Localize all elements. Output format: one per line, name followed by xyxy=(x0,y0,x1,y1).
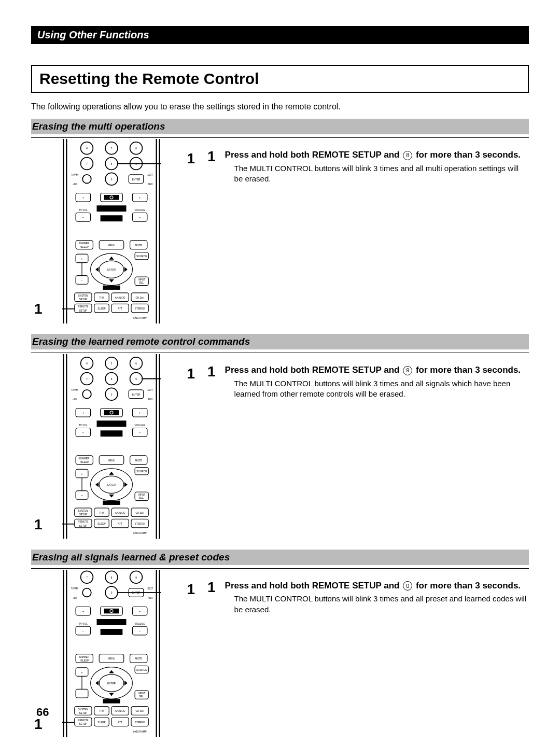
section-2: 1 1 1 Press and hold both REMOTE SETUP a… xyxy=(31,354,529,539)
section-header-bar: Using Other Functions xyxy=(31,26,529,44)
manual-page: Using Other Functions Resetting the Remo… xyxy=(0,0,560,745)
callout-left-1: 1 xyxy=(34,301,43,317)
step-title-1: Press and hold both REMOTE SETUP and 8 f… xyxy=(225,149,529,161)
step-row-1: 1 Press and hold both REMOTE SETUP and 8… xyxy=(207,149,529,184)
callout-right-2: 1 xyxy=(187,366,195,382)
divider xyxy=(31,568,529,569)
callout-right-3: 1 xyxy=(187,581,195,598)
remote-diagram-2: 1 1 xyxy=(31,354,192,539)
callout-left-2: 1 xyxy=(34,516,43,533)
step-row-2: 1 Press and hold both REMOTE SETUP and 9… xyxy=(207,364,529,399)
key-8-icon: 8 xyxy=(403,151,412,160)
step-text-col-3: 1 Press and hold both REMOTE SETUP and 0… xyxy=(192,570,529,615)
remote-diagram-3: 1 1 xyxy=(31,570,192,739)
divider xyxy=(31,353,529,353)
remote-diagram-1: 1 1 xyxy=(31,139,192,324)
remote-svg-2 xyxy=(62,354,161,539)
step-desc-1: The MULTI CONTROL buttons will blink 3 t… xyxy=(225,163,529,185)
step-number-1: 1 xyxy=(207,149,216,164)
step-text-col-2: 1 Press and hold both REMOTE SETUP and 9… xyxy=(192,354,529,399)
key-0-icon: 0 xyxy=(403,581,412,591)
page-title: Resetting the Remote Control xyxy=(39,70,259,87)
step-desc-3: The MULTI CONTROL buttons will blink 3 t… xyxy=(225,594,529,615)
step-desc-2: The MULTI CONTROL buttons will blink 3 t… xyxy=(225,378,529,400)
step-text-col-1: 1 Press and hold both REMOTE SETUP and 8… xyxy=(192,139,529,184)
section-3: 1 1 1 Press and hold both REMOTE SETUP a… xyxy=(31,570,529,739)
divider xyxy=(31,137,529,138)
step-title-3: Press and hold both REMOTE SETUP and 0 f… xyxy=(225,580,529,592)
section-header-text: Using Other Functions xyxy=(37,29,149,40)
remote-svg-1 xyxy=(62,139,161,324)
step-number-3: 1 xyxy=(207,580,216,595)
key-9-icon: 9 xyxy=(403,366,412,375)
step-title-2: Press and hold both REMOTE SETUP and 9 f… xyxy=(225,364,529,376)
step-row-3: 1 Press and hold both REMOTE SETUP and 0… xyxy=(207,580,529,615)
page-number: 66 xyxy=(36,706,49,719)
subheading-1: Erasing the multi operations xyxy=(31,119,529,134)
intro-text: The following operations allow you to er… xyxy=(31,102,529,111)
section-1: 1 1 1 Press and hold both REMOTE SETUP a… xyxy=(31,139,529,324)
callout-right-1: 1 xyxy=(187,150,195,167)
subheading-2: Erasing the learned remote control comma… xyxy=(31,334,529,349)
step-number-2: 1 xyxy=(207,364,216,379)
subheading-3: Erasing all signals learned & preset cod… xyxy=(31,550,529,565)
page-title-box: Resetting the Remote Control xyxy=(31,65,529,93)
remote-svg-3 xyxy=(62,570,161,739)
